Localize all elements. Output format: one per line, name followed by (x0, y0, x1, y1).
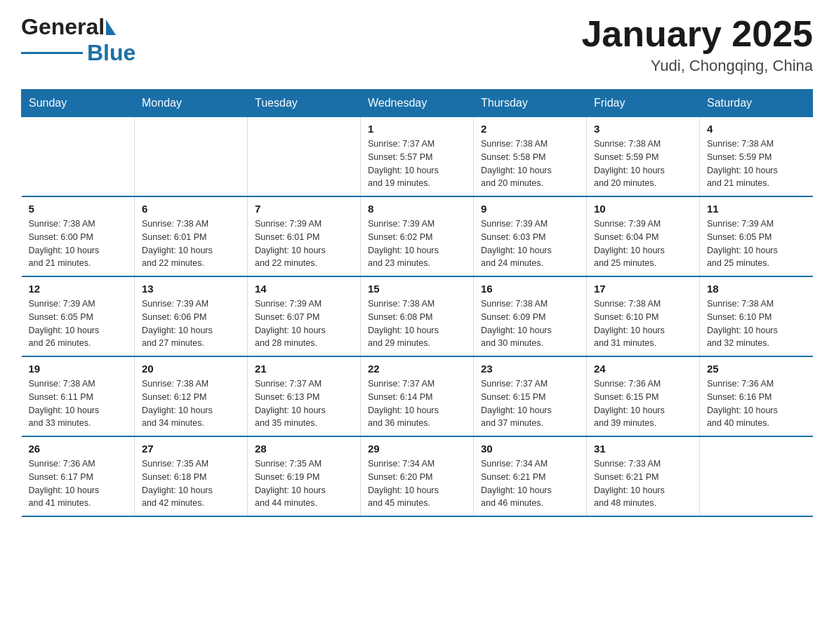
day-info: Sunrise: 7:38 AM Sunset: 5:58 PM Dayligh… (481, 137, 579, 190)
day-info: Sunrise: 7:39 AM Sunset: 6:02 PM Dayligh… (368, 217, 466, 270)
calendar-cell: 31Sunrise: 7:33 AM Sunset: 6:21 PM Dayli… (587, 436, 700, 516)
day-info: Sunrise: 7:38 AM Sunset: 6:12 PM Dayligh… (142, 377, 240, 430)
calendar-week-row: 5Sunrise: 7:38 AM Sunset: 6:00 PM Daylig… (22, 196, 813, 276)
page-header: General Blue January 2025 Yudi, Chongqin… (21, 14, 813, 75)
day-info: Sunrise: 7:36 AM Sunset: 6:17 PM Dayligh… (29, 457, 128, 510)
calendar-cell: 12Sunrise: 7:39 AM Sunset: 6:05 PM Dayli… (22, 276, 135, 356)
day-number: 13 (142, 283, 240, 295)
month-title: January 2025 (581, 14, 813, 54)
weekday-header-row: SundayMondayTuesdayWednesdayThursdayFrid… (22, 90, 813, 117)
weekday-header-saturday: Saturday (700, 90, 813, 117)
calendar-cell: 14Sunrise: 7:39 AM Sunset: 6:07 PM Dayli… (248, 276, 361, 356)
calendar-cell: 21Sunrise: 7:37 AM Sunset: 6:13 PM Dayli… (248, 356, 361, 436)
calendar-week-row: 19Sunrise: 7:38 AM Sunset: 6:11 PM Dayli… (22, 356, 813, 436)
calendar-week-row: 1Sunrise: 7:37 AM Sunset: 5:57 PM Daylig… (22, 117, 813, 197)
day-info: Sunrise: 7:34 AM Sunset: 6:21 PM Dayligh… (481, 457, 579, 510)
day-info: Sunrise: 7:37 AM Sunset: 6:14 PM Dayligh… (368, 377, 466, 430)
calendar-cell (22, 117, 135, 197)
day-number: 30 (481, 443, 579, 455)
calendar-table: SundayMondayTuesdayWednesdayThursdayFrid… (21, 89, 813, 517)
day-number: 29 (368, 443, 466, 455)
calendar-cell: 10Sunrise: 7:39 AM Sunset: 6:04 PM Dayli… (587, 196, 700, 276)
calendar-cell: 19Sunrise: 7:38 AM Sunset: 6:11 PM Dayli… (22, 356, 135, 436)
calendar-cell: 5Sunrise: 7:38 AM Sunset: 6:00 PM Daylig… (22, 196, 135, 276)
calendar-cell: 4Sunrise: 7:38 AM Sunset: 5:59 PM Daylig… (700, 117, 813, 197)
day-number: 4 (707, 123, 806, 135)
day-number: 9 (481, 203, 579, 215)
calendar-week-row: 26Sunrise: 7:36 AM Sunset: 6:17 PM Dayli… (22, 436, 813, 516)
calendar-cell: 23Sunrise: 7:37 AM Sunset: 6:15 PM Dayli… (474, 356, 587, 436)
calendar-cell: 18Sunrise: 7:38 AM Sunset: 6:10 PM Dayli… (700, 276, 813, 356)
day-number: 1 (368, 123, 466, 135)
calendar-cell (700, 436, 813, 516)
calendar-cell: 26Sunrise: 7:36 AM Sunset: 6:17 PM Dayli… (22, 436, 135, 516)
day-info: Sunrise: 7:37 AM Sunset: 5:57 PM Dayligh… (368, 137, 466, 190)
day-number: 16 (481, 283, 579, 295)
weekday-header-tuesday: Tuesday (248, 90, 361, 117)
day-info: Sunrise: 7:39 AM Sunset: 6:06 PM Dayligh… (142, 297, 240, 350)
day-number: 8 (368, 203, 466, 215)
weekday-header-thursday: Thursday (474, 90, 587, 117)
day-number: 17 (594, 283, 692, 295)
day-number: 25 (707, 363, 806, 375)
calendar-cell: 11Sunrise: 7:39 AM Sunset: 6:05 PM Dayli… (700, 196, 813, 276)
calendar-cell (248, 117, 361, 197)
day-info: Sunrise: 7:38 AM Sunset: 5:59 PM Dayligh… (594, 137, 692, 190)
day-number: 22 (368, 363, 466, 375)
logo-line (21, 52, 83, 54)
day-number: 31 (594, 443, 692, 455)
day-number: 14 (255, 283, 353, 295)
day-number: 2 (481, 123, 579, 135)
calendar-cell: 2Sunrise: 7:38 AM Sunset: 5:58 PM Daylig… (474, 117, 587, 197)
calendar-cell: 29Sunrise: 7:34 AM Sunset: 6:20 PM Dayli… (361, 436, 474, 516)
calendar-cell: 30Sunrise: 7:34 AM Sunset: 6:21 PM Dayli… (474, 436, 587, 516)
calendar-cell (135, 117, 248, 197)
calendar-cell: 24Sunrise: 7:36 AM Sunset: 6:15 PM Dayli… (587, 356, 700, 436)
day-info: Sunrise: 7:38 AM Sunset: 6:01 PM Dayligh… (142, 217, 240, 270)
calendar-cell: 20Sunrise: 7:38 AM Sunset: 6:12 PM Dayli… (135, 356, 248, 436)
calendar-cell: 3Sunrise: 7:38 AM Sunset: 5:59 PM Daylig… (587, 117, 700, 197)
day-info: Sunrise: 7:38 AM Sunset: 6:11 PM Dayligh… (29, 377, 128, 430)
day-number: 5 (29, 203, 128, 215)
day-number: 7 (255, 203, 353, 215)
day-info: Sunrise: 7:38 AM Sunset: 6:08 PM Dayligh… (368, 297, 466, 350)
calendar-cell: 25Sunrise: 7:36 AM Sunset: 6:16 PM Dayli… (700, 356, 813, 436)
day-number: 24 (594, 363, 692, 375)
day-info: Sunrise: 7:35 AM Sunset: 6:18 PM Dayligh… (142, 457, 240, 510)
calendar-cell: 15Sunrise: 7:38 AM Sunset: 6:08 PM Dayli… (361, 276, 474, 356)
day-info: Sunrise: 7:39 AM Sunset: 6:04 PM Dayligh… (594, 217, 692, 270)
day-info: Sunrise: 7:38 AM Sunset: 6:00 PM Dayligh… (29, 217, 128, 270)
calendar-cell: 28Sunrise: 7:35 AM Sunset: 6:19 PM Dayli… (248, 436, 361, 516)
day-number: 26 (29, 443, 128, 455)
day-number: 6 (142, 203, 240, 215)
day-info: Sunrise: 7:38 AM Sunset: 5:59 PM Dayligh… (707, 137, 806, 190)
day-number: 18 (707, 283, 806, 295)
logo: General Blue (21, 14, 135, 66)
day-info: Sunrise: 7:36 AM Sunset: 6:15 PM Dayligh… (594, 377, 692, 430)
calendar-cell: 7Sunrise: 7:39 AM Sunset: 6:01 PM Daylig… (248, 196, 361, 276)
day-number: 23 (481, 363, 579, 375)
day-number: 12 (29, 283, 128, 295)
day-info: Sunrise: 7:37 AM Sunset: 6:13 PM Dayligh… (255, 377, 353, 430)
calendar-cell: 1Sunrise: 7:37 AM Sunset: 5:57 PM Daylig… (361, 117, 474, 197)
day-info: Sunrise: 7:39 AM Sunset: 6:03 PM Dayligh… (481, 217, 579, 270)
day-info: Sunrise: 7:39 AM Sunset: 6:05 PM Dayligh… (29, 297, 128, 350)
logo-triangle-icon (106, 20, 116, 35)
day-number: 28 (255, 443, 353, 455)
day-info: Sunrise: 7:38 AM Sunset: 6:10 PM Dayligh… (707, 297, 806, 350)
day-number: 20 (142, 363, 240, 375)
day-number: 3 (594, 123, 692, 135)
calendar-cell: 8Sunrise: 7:39 AM Sunset: 6:02 PM Daylig… (361, 196, 474, 276)
day-number: 10 (594, 203, 692, 215)
calendar-cell: 16Sunrise: 7:38 AM Sunset: 6:09 PM Dayli… (474, 276, 587, 356)
day-number: 27 (142, 443, 240, 455)
calendar-cell: 13Sunrise: 7:39 AM Sunset: 6:06 PM Dayli… (135, 276, 248, 356)
logo-general-text: General (21, 14, 105, 40)
title-area: January 2025 Yudi, Chongqing, China (581, 14, 813, 75)
day-info: Sunrise: 7:36 AM Sunset: 6:16 PM Dayligh… (707, 377, 806, 430)
day-info: Sunrise: 7:37 AM Sunset: 6:15 PM Dayligh… (481, 377, 579, 430)
location: Yudi, Chongqing, China (581, 57, 813, 75)
weekday-header-monday: Monday (135, 90, 248, 117)
weekday-header-sunday: Sunday (22, 90, 135, 117)
day-info: Sunrise: 7:38 AM Sunset: 6:10 PM Dayligh… (594, 297, 692, 350)
